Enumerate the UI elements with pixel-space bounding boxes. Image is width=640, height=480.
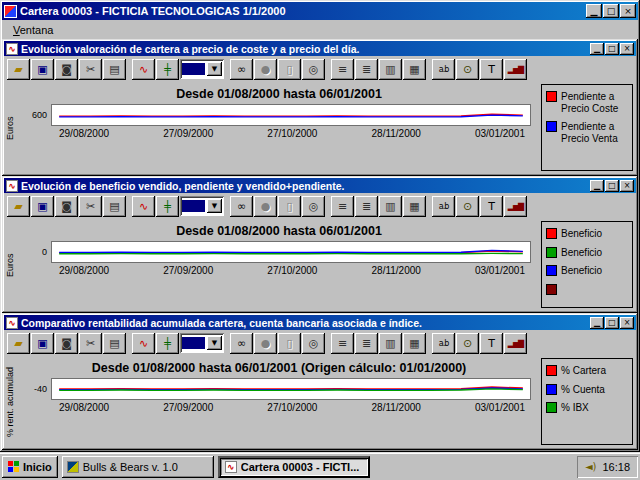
maximize-button[interactable]: □ [605, 180, 619, 192]
maximize-button[interactable]: □ [603, 4, 619, 18]
child-titlebar[interactable]: ∿ Comparativo rentabilidad acumulada car… [4, 315, 636, 330]
cut-button[interactable]: ✂ [79, 59, 102, 80]
selected-series-swatch [182, 200, 205, 212]
cut-button[interactable]: ✂ [79, 196, 102, 217]
report-table-button[interactable]: ▥ [379, 196, 402, 217]
report-list-button[interactable]: ≡ [331, 59, 354, 80]
bar-chart-button[interactable]: ╪ [156, 196, 179, 217]
system-tray: ◄) 16:18 [577, 456, 638, 478]
chart-plot[interactable] [51, 241, 531, 263]
x-tick-label: 27/09/2000 [163, 402, 213, 413]
report-table-button[interactable]: ▥ [379, 333, 402, 354]
save-button[interactable]: ▣ [31, 333, 54, 354]
taskbar-task-bulls-bears[interactable]: Bulls & Bears v. 1.0 [62, 456, 214, 478]
print-button[interactable]: ▤ [103, 59, 126, 80]
save-button[interactable]: ▣ [31, 196, 54, 217]
view-button[interactable]: ∞ [230, 59, 253, 80]
zoom-button[interactable]: ◎ [302, 196, 325, 217]
close-button[interactable]: × [620, 317, 634, 329]
find-button[interactable]: ⊙ [456, 333, 479, 354]
zoom-button[interactable]: ◎ [302, 59, 325, 80]
print-button[interactable]: ▤ [103, 196, 126, 217]
report-grid-button[interactable]: ▦ [403, 333, 426, 354]
title-button[interactable]: T [480, 59, 503, 80]
dropdown-arrow-icon[interactable]: ▼ [207, 199, 222, 213]
minimize-button[interactable]: ▁ [590, 43, 604, 55]
open-button[interactable]: ▰ [7, 196, 30, 217]
close-button[interactable]: × [620, 43, 634, 55]
report-grid-button[interactable]: ▦ [403, 196, 426, 217]
maximize-button[interactable]: □ [605, 317, 619, 329]
minimize-button[interactable]: ▁ [586, 4, 602, 18]
maximize-button[interactable]: □ [605, 43, 619, 55]
snapshot-button[interactable]: ◙ [55, 59, 78, 80]
volume-icon[interactable]: ◄) [585, 461, 597, 472]
menubar: Ventana [2, 20, 638, 39]
minimize-button[interactable]: ▁ [590, 317, 604, 329]
x-tick-label: 03/01/2001 [475, 128, 525, 139]
taskbar-task-cartera[interactable]: ∿ Cartera 00003 - FICTI... [218, 456, 370, 478]
x-tick-label: 03/01/2001 [475, 265, 525, 276]
x-tick-label: 28/11/2000 [372, 128, 421, 139]
child-window-title: Evolución valoración de cartera a precio… [21, 43, 587, 55]
series-selector-dropdown[interactable]: ▼ [180, 333, 224, 353]
histogram-button[interactable]: ▂▅▇ [504, 333, 527, 354]
taskbar: Inicio Bulls & Bears v. 1.0 ∿ Cartera 00… [0, 452, 640, 480]
close-button[interactable]: × [620, 4, 636, 18]
minimize-button[interactable]: ▁ [590, 180, 604, 192]
text-button[interactable]: a.b [432, 59, 455, 80]
main-titlebar[interactable]: Cartera 00003 - FICTICIA TECNOLOGICAS 1/… [2, 2, 638, 20]
report-lines-button[interactable]: ≣ [355, 59, 378, 80]
report-list-button[interactable]: ≡ [331, 333, 354, 354]
report-lines-button[interactable]: ≣ [355, 333, 378, 354]
report-lines-button[interactable]: ≣ [355, 196, 378, 217]
report-grid-button[interactable]: ▦ [403, 59, 426, 80]
bar-chart-button[interactable]: ╪ [156, 59, 179, 80]
histogram-button[interactable]: ▂▅▇ [504, 196, 527, 217]
cut-button[interactable]: ✂ [79, 333, 102, 354]
dropdown-arrow-icon[interactable]: ▼ [207, 62, 222, 76]
selected-series-swatch [182, 63, 205, 75]
child-titlebar[interactable]: ∿ Evolución valoración de cartera a prec… [4, 41, 636, 56]
chart-legend: Pendiente a Precio CostePendiente a Prec… [541, 84, 633, 171]
bar-chart-button[interactable]: ╪ [156, 333, 179, 354]
report-list-button[interactable]: ≡ [331, 196, 354, 217]
chart-plot[interactable] [51, 378, 531, 400]
view-button[interactable]: ∞ [230, 196, 253, 217]
zoom-button[interactable]: ◎ [302, 333, 325, 354]
close-button[interactable]: × [620, 180, 634, 192]
chart-window-icon: ∿ [6, 43, 18, 55]
histogram-button[interactable]: ▂▅▇ [504, 59, 527, 80]
line-chart-button[interactable]: ∿ [132, 196, 155, 217]
snapshot-button[interactable]: ◙ [55, 196, 78, 217]
view-button[interactable]: ∞ [230, 333, 253, 354]
legend-label: % Cartera [561, 365, 606, 377]
text-button[interactable]: a.b [432, 196, 455, 217]
performance-chart-window: ∿ Comparativo rentabilidad acumulada car… [2, 313, 638, 450]
open-button[interactable]: ▰ [7, 59, 30, 80]
report-table-button[interactable]: ▥ [379, 59, 402, 80]
snapshot-button[interactable]: ◙ [55, 333, 78, 354]
title-button[interactable]: T [480, 196, 503, 217]
chart-plot[interactable] [51, 104, 531, 126]
series-line [59, 387, 523, 389]
find-button[interactable]: ⊙ [456, 196, 479, 217]
open-button[interactable]: ▰ [7, 333, 30, 354]
line-chart-button[interactable]: ∿ [132, 333, 155, 354]
line-chart-button[interactable]: ∿ [132, 59, 155, 80]
title-button[interactable]: T [480, 333, 503, 354]
save-button[interactable]: ▣ [31, 59, 54, 80]
profit-chart-window: ∿ Evolución de beneficio vendido, pendie… [2, 176, 638, 313]
series-selector-dropdown[interactable]: ▼ [180, 59, 224, 79]
print-button[interactable]: ▤ [103, 333, 126, 354]
find-button[interactable]: ⊙ [456, 59, 479, 80]
text-button[interactable]: a.b [432, 333, 455, 354]
start-button[interactable]: Inicio [2, 456, 58, 478]
x-tick-label: 27/10/2000 [267, 402, 317, 413]
menu-ventana[interactable]: Ventana [6, 22, 60, 38]
legend-item: Beneficio [546, 228, 629, 240]
legend-label: Pendiente a Precio Venta [561, 121, 629, 144]
dropdown-arrow-icon[interactable]: ▼ [207, 336, 222, 350]
series-selector-dropdown[interactable]: ▼ [180, 196, 224, 216]
child-titlebar[interactable]: ∿ Evolución de beneficio vendido, pendie… [4, 178, 636, 193]
